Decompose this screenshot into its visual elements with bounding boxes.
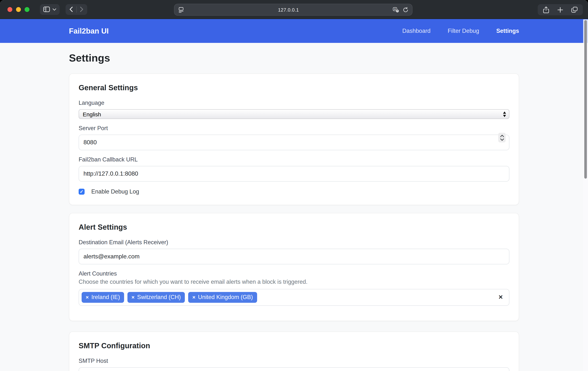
chevron-down-icon [52,8,56,11]
country-tag-list: × Ireland (IE) × Switzerland (CH) [82,292,498,303]
country-tag[interactable]: × United Kingdom (GB) [188,292,257,303]
enable-debug-checkbox[interactable]: ✓ [79,189,84,195]
smtp-host-label: SMTP Host [79,357,509,364]
browser-window: 127.0.0.1 A* [0,0,588,371]
new-tab-icon[interactable] [557,7,563,12]
back-icon[interactable] [69,6,73,12]
alert-settings-heading: Alert Settings [79,223,509,231]
general-settings-card: General Settings Language English Server… [69,74,519,205]
remove-country-icon[interactable]: × [132,294,135,301]
scrollbar-thumb[interactable] [584,20,587,179]
country-tag[interactable]: × Ireland (IE) [82,292,124,303]
smtp-configuration-card: SMTP Configuration SMTP Host [69,331,519,371]
page-icon[interactable] [178,7,184,13]
remove-country-icon[interactable]: × [192,294,195,301]
toolbar-right-buttons [538,4,583,15]
country-tag-label: Ireland (IE) [91,294,120,301]
callback-url-label: Fail2ban Callback URL [79,156,509,163]
app-brand[interactable]: Fail2ban UI [69,27,109,35]
country-tag-label: Switzerland (CH) [137,294,181,301]
sidebar-icon [43,6,50,12]
callback-url-input[interactable] [79,166,509,182]
address-bar[interactable]: 127.0.0.1 A* [174,4,412,16]
alert-countries-input[interactable]: × Ireland (IE) × Switzerland (CH) [79,289,509,306]
forward-icon[interactable] [80,6,84,12]
close-window-button[interactable] [8,7,12,12]
server-port-input[interactable] [79,135,509,150]
divider [76,6,77,12]
nav-link-settings[interactable]: Settings [496,28,519,34]
minimize-window-button[interactable] [16,7,21,12]
url-text[interactable]: 127.0.0.1 [184,7,393,12]
nav-links: Dashboard Filter Debug Settings [402,28,519,34]
select-arrows-icon [503,111,506,117]
history-nav-buttons [66,4,87,15]
language-select-value: English [83,111,503,117]
alert-countries-label: Alert Countries [79,270,509,277]
enable-debug-label[interactable]: Enable Debug Log [91,188,139,195]
smtp-host-input[interactable] [79,367,509,371]
destination-email-input[interactable] [79,249,509,264]
destination-email-label: Destination Email (Alerts Receiver) [79,239,509,246]
alert-settings-card: Alert Settings Destination Email (Alerts… [69,213,519,321]
tab-overview-icon[interactable] [571,7,578,13]
svg-text:A: A [394,7,396,11]
nav-link-dashboard[interactable]: Dashboard [402,28,430,34]
share-icon[interactable] [543,6,549,13]
smtp-configuration-heading: SMTP Configuration [79,341,509,350]
app-navbar: Fail2ban UI Dashboard Filter Debug Setti… [0,19,588,43]
language-select[interactable]: English [79,109,509,119]
clear-countries-button[interactable]: ✕ [498,294,503,301]
country-tag-label: United Kingdom (GB) [198,294,253,301]
country-tag[interactable]: × Switzerland (CH) [127,292,185,303]
browser-titlebar: 127.0.0.1 A* [0,0,588,19]
number-stepper-icon[interactable] [498,133,506,142]
server-port-label: Server Port [79,125,509,132]
nav-link-filter-debug[interactable]: Filter Debug [448,28,479,34]
traffic-lights [8,7,30,12]
remove-country-icon[interactable]: × [86,294,89,301]
language-label: Language [79,99,509,106]
page-title: Settings [69,52,519,64]
reload-icon[interactable] [403,7,408,12]
sidebar-toggle-button[interactable] [40,4,60,15]
zoom-window-button[interactable] [25,7,30,12]
general-settings-heading: General Settings [79,84,509,92]
translate-icon[interactable]: A* [393,7,399,12]
alert-countries-help: Choose the countries for which you want … [79,279,509,285]
